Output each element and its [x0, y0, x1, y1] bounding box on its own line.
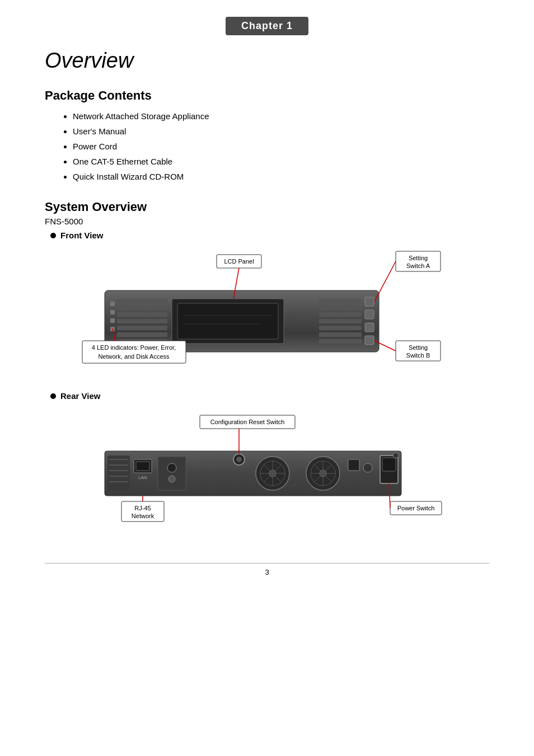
svg-rect-21 — [319, 306, 362, 310]
svg-point-53 — [167, 463, 176, 472]
svg-rect-52 — [158, 457, 186, 490]
svg-rect-23 — [319, 319, 362, 323]
svg-rect-42 — [105, 451, 401, 496]
chapter-label: Chapter 1 — [226, 17, 308, 35]
front-view-diagram: LCD Panel Setting Switch A 4 LED indicat… — [45, 246, 489, 374]
svg-text:4 LED indicators: Power, Error: 4 LED indicators: Power, Error, — [92, 344, 176, 351]
bullet-icon — [50, 393, 56, 399]
svg-text:Network: Network — [132, 513, 154, 519]
svg-rect-22 — [319, 312, 362, 317]
svg-rect-25 — [319, 332, 362, 337]
rear-view-svg: LAN Configura — [71, 406, 463, 529]
svg-text:LCD Panel: LCD Panel — [224, 258, 254, 265]
page-title: Overview — [45, 49, 489, 73]
chapter-header: Chapter 1 — [45, 17, 489, 35]
svg-point-54 — [168, 476, 175, 482]
system-overview-heading: System Overview — [45, 200, 489, 214]
svg-rect-14 — [117, 306, 167, 310]
svg-rect-2 — [177, 303, 278, 339]
svg-text:Network, and Disk Access: Network, and Disk Access — [98, 353, 170, 360]
package-contents-heading: Package Contents — [45, 88, 489, 103]
svg-rect-17 — [117, 326, 167, 330]
svg-rect-10 — [365, 310, 374, 319]
svg-rect-18 — [117, 332, 167, 337]
list-item: User's Manual — [73, 124, 489, 139]
svg-text:RJ-45: RJ-45 — [134, 505, 151, 511]
svg-rect-5 — [110, 302, 115, 306]
bullet-icon — [50, 233, 56, 238]
svg-rect-9 — [365, 297, 374, 306]
svg-rect-11 — [365, 323, 374, 332]
svg-rect-7 — [110, 318, 115, 323]
list-item: One CAT-5 Ethernet Cable — [73, 154, 489, 169]
list-item: Quick Install Wizard CD-ROM — [73, 169, 489, 184]
svg-text:Setting: Setting — [409, 344, 428, 351]
svg-text:Setting: Setting — [409, 255, 428, 261]
svg-rect-71 — [348, 459, 359, 471]
svg-rect-12 — [365, 336, 374, 345]
rear-view-diagram: LAN Configura — [45, 406, 489, 529]
svg-rect-6 — [110, 310, 115, 314]
package-list: Network Attached Storage Appliance User'… — [73, 109, 489, 184]
svg-rect-20 — [319, 299, 362, 303]
front-view-heading: Front View — [50, 231, 489, 240]
svg-point-72 — [363, 463, 372, 472]
svg-point-76 — [393, 453, 399, 458]
rear-view-heading: Rear View — [50, 391, 489, 401]
model-label: FNS-5000 — [45, 217, 489, 226]
svg-rect-26 — [319, 339, 362, 344]
svg-text:Configuration Reset Switch: Configuration Reset Switch — [210, 419, 285, 425]
svg-rect-43 — [107, 456, 130, 491]
svg-text:Switch A: Switch A — [406, 262, 430, 269]
svg-text:LAN: LAN — [138, 475, 147, 480]
svg-rect-24 — [319, 326, 362, 330]
svg-rect-74 — [382, 458, 396, 471]
svg-rect-50 — [136, 462, 149, 471]
svg-text:Power Switch: Power Switch — [397, 505, 435, 511]
svg-line-33 — [374, 261, 396, 302]
svg-point-56 — [236, 457, 242, 462]
svg-text:Switch B: Switch B — [406, 352, 430, 359]
svg-rect-15 — [117, 312, 167, 317]
svg-rect-13 — [117, 299, 167, 303]
list-item: Network Attached Storage Appliance — [73, 109, 489, 124]
list-item: Power Cord — [73, 139, 489, 154]
svg-rect-16 — [117, 319, 167, 323]
page-number: 3 — [265, 568, 269, 576]
front-view-svg: LCD Panel Setting Switch A 4 LED indicat… — [71, 246, 463, 374]
